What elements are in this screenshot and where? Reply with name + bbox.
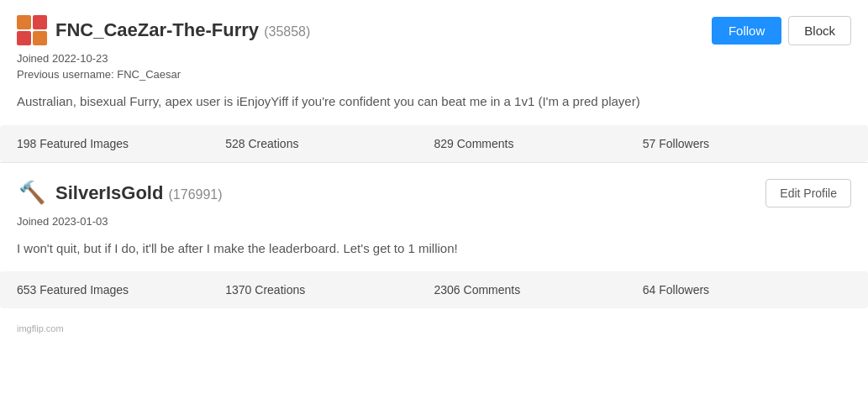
stat-featured-images-1: 198 Featured Images [17,137,225,150]
page: FNC_CaeZar-The-Furry (35858) Follow Bloc… [0,0,868,420]
username-2: SilverIsGold (176991) [55,182,223,204]
username-id-2: (176991) [169,187,223,202]
profile-header-left-1: FNC_CaeZar-The-Furry (35858) [17,15,310,45]
block-button[interactable]: Block [788,16,851,45]
profile-card-1: FNC_CaeZar-The-Furry (35858) Follow Bloc… [0,0,868,163]
follow-button[interactable]: Follow [712,17,781,45]
joined-date-2: Joined 2023-01-03 [17,215,851,228]
profile-header-2: 🔨 SilverIsGold (176991) Edit Profile [17,178,851,208]
stats-bar-1: 198 Featured Images 528 Creations 829 Co… [0,125,868,162]
stat-featured-images-2: 653 Featured Images [17,283,225,297]
profile-actions-2: Edit Profile [765,179,851,207]
stat-creations-2: 1370 Creations [225,283,434,297]
username-1: FNC_CaeZar-The-Furry (35858) [55,19,310,41]
profile-header-1: FNC_CaeZar-The-Furry (35858) Follow Bloc… [17,15,851,45]
avatar-2: 🔨 [17,178,47,208]
stat-comments-2: 2306 Comments [434,283,643,297]
joined-date-1: Joined 2022-10-23 [17,52,851,65]
stat-creations-1: 528 Creations [225,137,434,150]
footer: imgflip.com [0,317,868,337]
edit-profile-button[interactable]: Edit Profile [765,179,851,207]
profile-actions-1: Follow Block [712,16,851,45]
stat-followers-2: 64 Followers [643,283,851,297]
profile-bio-2: I won't quit, but if I do, it'll be afte… [17,239,851,259]
username-text-2: SilverIsGold [55,182,163,203]
avatar-1 [17,15,47,45]
stats-bar-2: 653 Featured Images 1370 Creations 2306 … [0,271,868,308]
stat-comments-1: 829 Comments [434,137,643,150]
profile-card-2: 🔨 SilverIsGold (176991) Edit Profile Joi… [0,163,868,309]
previous-username-1: Previous username: FNC_Caesar [17,68,851,81]
username-id-1: (35858) [264,24,310,39]
profile-header-left-2: 🔨 SilverIsGold (176991) [17,178,223,208]
username-text-1: FNC_CaeZar-The-Furry [55,19,259,40]
profile-bio-1: Australian, bisexual Furry, apex user is… [17,92,851,112]
stat-followers-1: 57 Followers [643,137,851,150]
